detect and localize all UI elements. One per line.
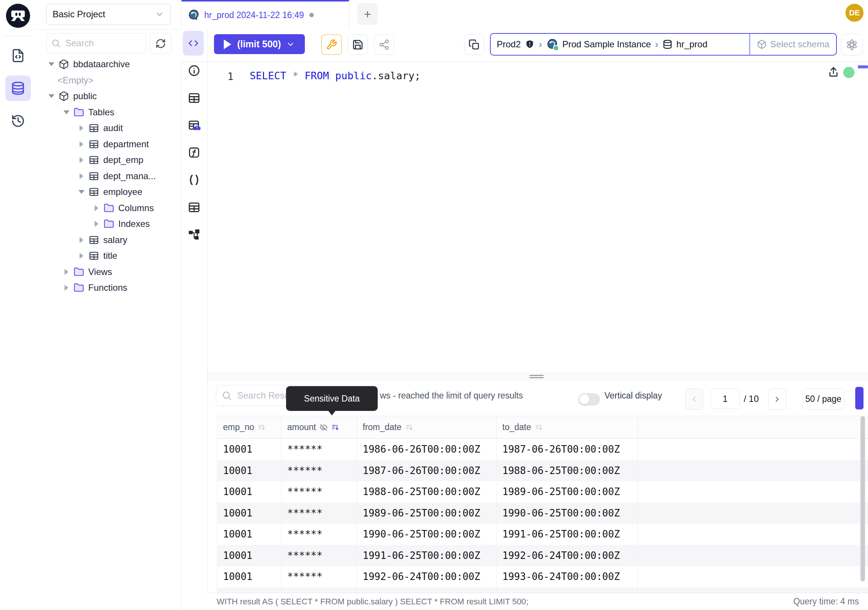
caret-down-icon[interactable] <box>78 188 85 196</box>
save-button[interactable] <box>348 34 368 55</box>
prev-page-button[interactable] <box>685 388 703 410</box>
table-row[interactable]: 10001******1989-06-25T00:00:00Z1990-06-2… <box>217 503 868 524</box>
project-select[interactable]: Basic Project <box>46 4 171 25</box>
panel-splitter[interactable] <box>208 373 868 380</box>
avatar[interactable]: DE <box>845 4 863 22</box>
erail-table-button[interactable] <box>188 92 200 104</box>
rail-worksheet-button[interactable] <box>5 43 31 68</box>
tree-item-dept-emp[interactable]: dept_emp <box>36 152 181 168</box>
sql-code-line[interactable]: SELECT * FROM public.salary; <box>250 70 420 82</box>
tree-item-department[interactable]: department <box>36 137 181 152</box>
tree-item-views[interactable]: Views <box>36 264 181 280</box>
caret-down-icon[interactable] <box>62 108 71 116</box>
caret-right-icon[interactable] <box>62 284 71 292</box>
run-query-button[interactable]: (limit 500) <box>214 34 305 54</box>
sort-desc-icon <box>331 423 339 432</box>
tree-item-salary[interactable]: salary <box>36 232 181 248</box>
caret-right-icon[interactable] <box>78 236 85 244</box>
table-row[interactable]: 10001******1988-06-25T00:00:00Z1989-06-2… <box>217 481 868 503</box>
cell-from_date: 1989-06-25T00:00:00Z <box>357 503 497 524</box>
tree-item-employee[interactable]: employee <box>36 184 181 200</box>
tree-item-bbdataarchive[interactable]: bbdataarchive <box>36 56 181 73</box>
page-size-select[interactable]: 50 / page <box>802 388 844 410</box>
connection-path[interactable]: Prod2 › Prod Sample Instance › hr_prod <box>491 34 749 55</box>
erail-parentheses-button[interactable] <box>188 174 200 186</box>
table-row[interactable]: 10001******1986-06-26T00:00:00Z1987-06-2… <box>217 439 868 460</box>
cell-to_date: 1993-06-24T00:00:00Z <box>497 566 638 587</box>
export-button[interactable] <box>855 387 863 410</box>
column-header-from_date[interactable]: from_date <box>357 416 497 438</box>
sql-token <box>287 70 293 82</box>
cell-emp_no: 10001 <box>217 545 282 567</box>
tree-item-label: <Empty> <box>57 75 93 85</box>
table-row[interactable]: 10001******1987-06-26T00:00:00Z1988-06-2… <box>217 460 868 481</box>
tree-item-indexes[interactable]: Indexes <box>36 216 181 232</box>
erail-schema-diagram-button[interactable] <box>188 228 200 241</box>
column-header-to_date[interactable]: to_date <box>497 416 638 438</box>
next-page-button[interactable] <box>768 388 786 410</box>
select-schema[interactable]: Select schema <box>749 34 836 55</box>
table-row[interactable]: 10001******1991-06-25T00:00:00Z1992-06-2… <box>217 545 868 567</box>
rail-history-button[interactable] <box>5 108 31 134</box>
column-header-emp_no[interactable]: emp_no <box>217 416 282 438</box>
cell-to_date: 1994-06-24T00:00:00Z <box>497 587 638 593</box>
caret-down-icon[interactable] <box>47 60 56 68</box>
schema-search-input[interactable] <box>65 37 134 49</box>
code-mode-button[interactable] <box>183 31 204 56</box>
format-sql-button[interactable] <box>321 34 342 55</box>
caret-right-icon[interactable] <box>78 156 85 164</box>
connection-breadcrumb[interactable]: Prod2 › Prod Sample Instance › hr_prod S… <box>490 33 837 56</box>
erail-info-button[interactable] <box>188 64 200 77</box>
cell-from_date: 1993-06-24T00:00:00Z <box>357 587 497 593</box>
folder-icon <box>74 267 84 277</box>
table-row[interactable]: 10001******1993-06-24T00:00:00Z1994-06-2… <box>217 587 868 593</box>
caret-right-icon[interactable] <box>78 172 85 180</box>
cell-amount: ****** <box>282 460 357 481</box>
tree-item-label: employee <box>103 187 142 197</box>
upload-icon[interactable] <box>828 66 840 78</box>
schema-search[interactable] <box>46 33 146 53</box>
column-header-amount[interactable]: amount <box>282 416 357 438</box>
refresh-button[interactable] <box>150 33 172 54</box>
erail-masked-table-button[interactable] <box>188 119 200 132</box>
new-tab-button[interactable]: + <box>357 3 378 25</box>
tree-item-dept-mana[interactable]: dept_mana... <box>36 168 181 185</box>
caret-right-icon[interactable] <box>62 268 71 276</box>
tree-item-functions[interactable]: Functions <box>36 280 181 296</box>
tree-item-empty[interactable]: <Empty> <box>36 73 181 88</box>
tree-item-tables[interactable]: Tables <box>36 104 181 121</box>
column-label: to_date <box>502 422 531 432</box>
vertical-display-toggle[interactable] <box>578 393 600 406</box>
tab-hr-prod[interactable]: hr_prod 2024-11-22 16:49 <box>181 0 349 28</box>
cell-from_date: 1986-06-26T00:00:00Z <box>357 439 497 460</box>
tree-item-columns[interactable]: Columns <box>36 200 181 216</box>
tree-item-audit[interactable]: audit <box>36 120 181 137</box>
table-row[interactable]: 10001******1992-06-24T00:00:00Z1993-06-2… <box>217 566 868 587</box>
caret-right-icon[interactable] <box>78 140 85 148</box>
table-icon <box>88 171 99 182</box>
erail-function-button[interactable] <box>188 146 200 159</box>
batch-mode-button[interactable] <box>464 34 484 55</box>
caret-right-icon[interactable] <box>92 204 101 212</box>
page-number-input[interactable] <box>711 388 739 409</box>
caret-right-icon[interactable] <box>92 220 101 228</box>
results-scrollbar[interactable] <box>860 416 865 582</box>
caret-right-icon[interactable] <box>78 124 85 132</box>
chevron-down-icon <box>155 9 164 19</box>
results-table: emp_noamountfrom_dateto_date 10001******… <box>217 416 868 593</box>
cell-amount: ****** <box>282 481 357 503</box>
erail-table-button[interactable] <box>188 201 200 214</box>
rail-database-button[interactable] <box>5 76 31 101</box>
sort-desc-icon <box>535 423 543 432</box>
tree-item-title[interactable]: title <box>36 248 181 264</box>
sql-editor[interactable] <box>208 62 868 373</box>
postgres-icon <box>188 9 200 21</box>
caret-right-icon[interactable] <box>78 251 85 260</box>
ai-assistant-button[interactable] <box>841 34 863 56</box>
sql-editor-app: Basic Project bbdataarchive<Empty>public… <box>0 0 868 610</box>
share-button[interactable] <box>374 34 394 55</box>
caret-down-icon[interactable] <box>47 92 56 100</box>
table-row[interactable]: 10001******1990-06-25T00:00:00Z1991-06-2… <box>217 524 868 545</box>
tree-item-public[interactable]: public <box>36 88 181 104</box>
app-logo-icon[interactable] <box>6 4 30 28</box>
